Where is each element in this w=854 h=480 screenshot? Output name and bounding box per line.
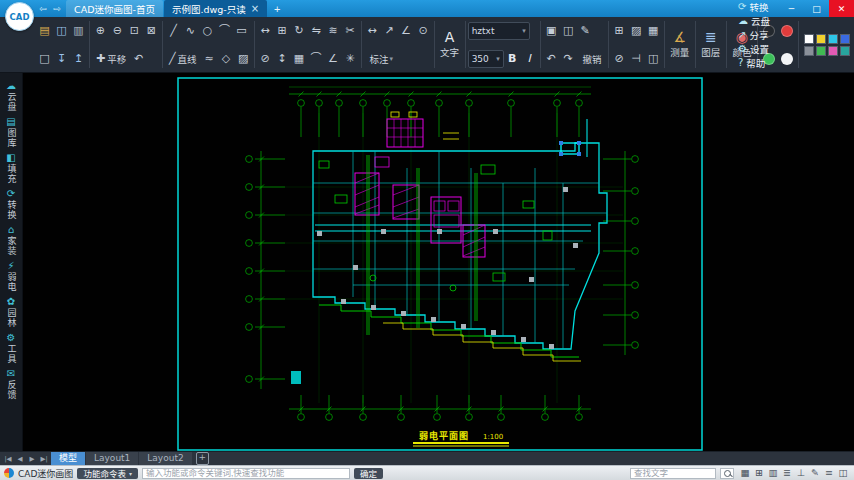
text-button[interactable]: A文字: [436, 19, 462, 70]
fillet-button[interactable]: ⌒: [308, 48, 325, 69]
share-button[interactable]: ↗分享: [733, 28, 775, 42]
offset-button[interactable]: ≋: [325, 20, 342, 41]
copy-clip-button[interactable]: ◫: [560, 20, 577, 41]
arc-button[interactable]: ⌒: [216, 20, 233, 41]
color-swatch[interactable]: [840, 46, 850, 56]
nav-back-button[interactable]: ⇦: [36, 0, 50, 17]
purge-button[interactable]: ⊘: [611, 48, 628, 69]
snap-icon[interactable]: ⊞: [752, 468, 766, 478]
list-icon[interactable]: ≣: [780, 468, 794, 478]
export-button[interactable]: ↥: [70, 48, 87, 69]
dim-angular-button[interactable]: ∠: [398, 20, 415, 41]
zoom-previous-button[interactable]: ↶: [130, 48, 147, 69]
polyline-button[interactable]: ∿: [182, 20, 199, 41]
group-button[interactable]: ◫: [645, 48, 662, 69]
copy-button[interactable]: ⊞: [274, 20, 291, 41]
dim-linear-button[interactable]: ↔: [364, 20, 381, 41]
color-swatch[interactable]: [828, 46, 838, 56]
sidebar-item-landscape[interactable]: ✿园林: [7, 297, 16, 328]
selected-block-highlight[interactable]: [561, 143, 579, 154]
scale-button[interactable]: ↕: [274, 48, 291, 69]
rectangle-button[interactable]: ▭: [233, 20, 250, 41]
maximize-button[interactable]: □: [804, 0, 829, 17]
zoom-extents-button[interactable]: ⊠: [143, 20, 160, 41]
format-painter-button[interactable]: ✎: [577, 20, 594, 41]
color-swatch[interactable]: [816, 34, 826, 44]
close-button[interactable]: ✕: [829, 0, 854, 17]
dim-radius-button[interactable]: ⊙: [415, 20, 432, 41]
swatch-white-swatch[interactable]: [781, 53, 793, 65]
pan-button[interactable]: ✚平移: [92, 48, 130, 69]
explode-button[interactable]: ✳: [342, 48, 359, 69]
ortho-icon[interactable]: ⊥: [794, 468, 808, 478]
tab-close-icon[interactable]: ×: [251, 4, 259, 14]
app-logo[interactable]: CAD: [5, 2, 34, 31]
line-button[interactable]: ╱: [165, 20, 182, 41]
hatch-button[interactable]: ▨: [235, 48, 252, 69]
table-button[interactable]: ▦: [645, 20, 662, 41]
erase-button[interactable]: ⊘: [257, 48, 274, 69]
help-button[interactable]: ?帮助: [733, 56, 775, 70]
image-button[interactable]: ▨: [628, 20, 645, 41]
array-button[interactable]: ▦: [291, 48, 308, 69]
fullscreen-icon[interactable]: ◫: [836, 468, 850, 478]
swatch-red-swatch[interactable]: [781, 25, 793, 37]
import-button[interactable]: ↧: [53, 48, 70, 69]
polygon-button[interactable]: ◇: [218, 48, 235, 69]
minimize-button[interactable]: ─: [779, 0, 804, 17]
sidebar-item-gallery[interactable]: ▤图库: [6, 117, 15, 148]
command-search-input[interactable]: [142, 468, 350, 479]
line-tool-button[interactable]: ╱直线: [165, 48, 201, 69]
move-button[interactable]: ↔: [257, 20, 274, 41]
sidebar-item-feedback[interactable]: ✉反馈: [7, 369, 16, 400]
sidebar-item-convert[interactable]: ⟳转换: [7, 189, 16, 220]
print-button[interactable]: ▥: [70, 20, 87, 41]
find-text-input[interactable]: [630, 468, 716, 479]
undo-button[interactable]: ↶: [543, 48, 560, 69]
circle-button[interactable]: ○: [199, 20, 216, 41]
settings-button[interactable]: ⚙设置: [733, 42, 775, 56]
new-file-button[interactable]: □: [36, 48, 53, 69]
sidebar-item-weak-current[interactable]: ⚡弱电: [7, 261, 16, 292]
rotate-button[interactable]: ↻: [291, 20, 308, 41]
font-select[interactable]: hztxt▾: [468, 22, 530, 40]
sidebar-item-tools[interactable]: ⚙工具: [7, 333, 16, 364]
document-tab[interactable]: 示例图.dwg-只读×: [164, 0, 267, 17]
grid-display-icon[interactable]: ▦: [738, 468, 752, 478]
color-swatch[interactable]: [828, 34, 838, 44]
break-button[interactable]: ⊣: [628, 48, 645, 69]
lineweight-icon[interactable]: ≡: [822, 468, 836, 478]
zoom-out-button[interactable]: ⊖: [109, 20, 126, 41]
color-swatch[interactable]: [840, 34, 850, 44]
color-swatch[interactable]: [816, 46, 826, 56]
block-button[interactable]: ⊞: [611, 20, 628, 41]
layer-button[interactable]: ≣图层: [698, 19, 724, 70]
confirm-button[interactable]: 确定: [354, 468, 383, 479]
draft-icon[interactable]: ✎: [808, 468, 822, 478]
measure-button[interactable]: ∡测量: [667, 19, 693, 70]
sheet-nav-first-button[interactable]: |◀: [2, 455, 14, 463]
sidebar-item-home-deco[interactable]: ⌂家装: [7, 225, 16, 256]
dim-aligned-button[interactable]: ↗: [381, 20, 398, 41]
sidebar-item-cloud[interactable]: ☁云盘: [6, 81, 16, 112]
bold-button[interactable]: B: [504, 48, 521, 69]
mirror-button[interactable]: ⇋: [308, 20, 325, 41]
trim-button[interactable]: ✂: [342, 20, 359, 41]
nav-forward-button[interactable]: ⇨: [50, 0, 64, 17]
document-tab[interactable]: CAD迷你画图-首页: [66, 0, 163, 17]
spline-button[interactable]: ≈: [201, 48, 218, 69]
command-list-button[interactable]: 功能命令表 ▾: [77, 468, 138, 479]
save-button[interactable]: ◫: [53, 20, 70, 41]
zoom-window-button[interactable]: ⊡: [126, 20, 143, 41]
new-tab-button[interactable]: +: [268, 0, 284, 17]
dimension-button[interactable]: 标注▾: [364, 48, 398, 69]
find-text-button[interactable]: [720, 468, 734, 479]
color-swatch[interactable]: [804, 46, 814, 56]
sidebar-item-fill[interactable]: ◧填充: [6, 153, 15, 184]
convert-button[interactable]: ⟳转换: [733, 0, 775, 14]
drawing-canvas[interactable]: 弱电平面图 1:100: [23, 73, 854, 451]
italic-button[interactable]: I: [521, 48, 538, 69]
undo-tool-button[interactable]: 撤销: [577, 48, 606, 69]
paste-button[interactable]: ▣: [543, 20, 560, 41]
color-swatch[interactable]: [804, 34, 814, 44]
